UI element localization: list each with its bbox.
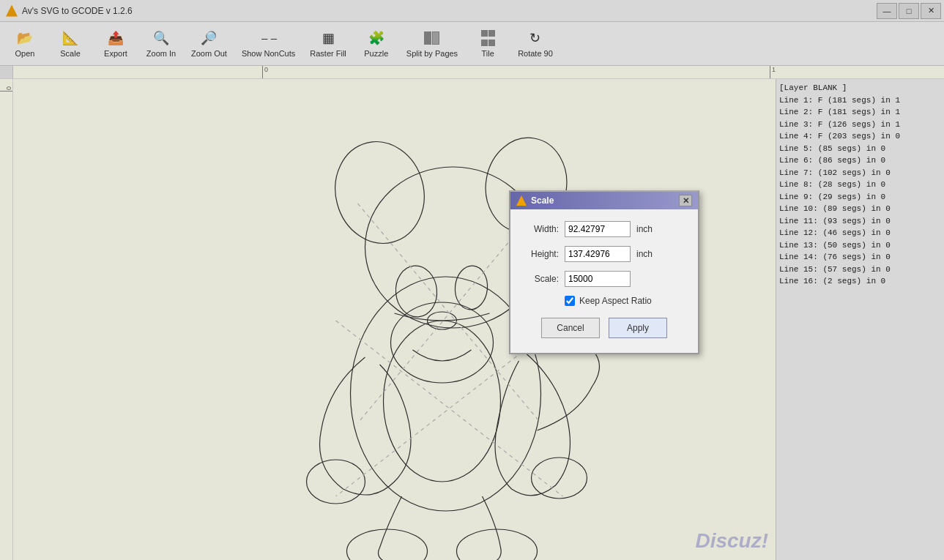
height-field-row: Height: inch bbox=[522, 246, 686, 262]
cancel-button[interactable]: Cancel bbox=[541, 318, 600, 338]
dialog-close-button[interactable]: ✕ bbox=[679, 195, 692, 206]
width-field-row: Width: inch bbox=[522, 221, 686, 237]
modal-overlay: Scale ✕ Width: inch Height: inch Scale: … bbox=[0, 0, 944, 560]
width-input[interactable] bbox=[565, 221, 631, 237]
keep-aspect-label: Keep Aspect Ratio bbox=[579, 296, 652, 306]
dialog-title-icon bbox=[516, 195, 527, 206]
height-input[interactable] bbox=[565, 246, 631, 262]
dialog-titlebar: Scale ✕ bbox=[510, 192, 698, 209]
keep-aspect-row: Keep Aspect Ratio bbox=[522, 296, 686, 306]
scale-field-row: Scale: bbox=[522, 271, 686, 287]
scale-input[interactable] bbox=[565, 271, 631, 287]
height-unit: inch bbox=[636, 249, 653, 259]
height-label: Height: bbox=[522, 249, 559, 259]
width-label: Width: bbox=[522, 224, 559, 234]
dialog-title-left: Scale bbox=[516, 195, 554, 206]
keep-aspect-checkbox[interactable] bbox=[565, 296, 575, 306]
scale-dialog: Scale ✕ Width: inch Height: inch Scale: … bbox=[509, 190, 699, 354]
dialog-title-text: Scale bbox=[531, 195, 554, 206]
dialog-buttons: Cancel Apply bbox=[522, 318, 686, 341]
width-unit: inch bbox=[636, 224, 653, 234]
apply-button[interactable]: Apply bbox=[609, 318, 667, 338]
dialog-body: Width: inch Height: inch Scale: Keep Asp… bbox=[510, 209, 698, 353]
scale-label: Scale: bbox=[522, 274, 559, 284]
